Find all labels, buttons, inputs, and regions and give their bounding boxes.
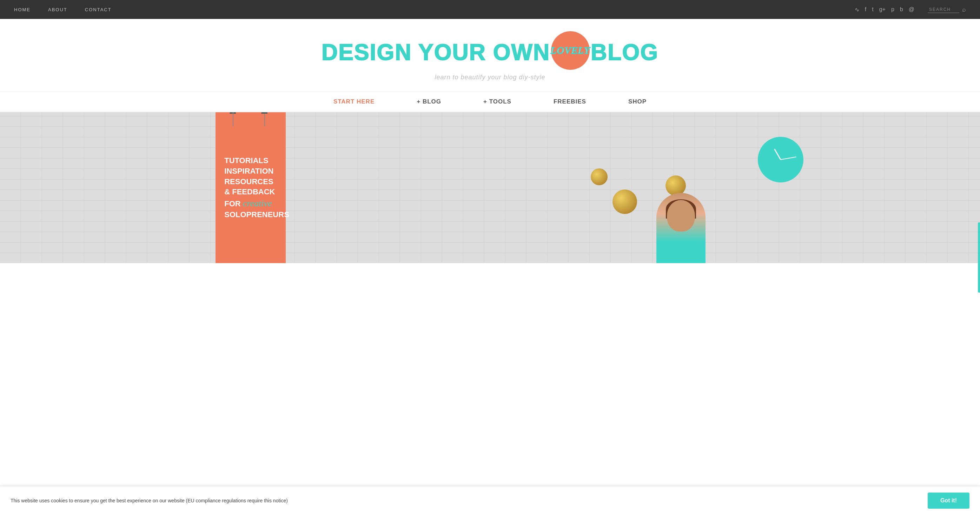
top-nav-links: HOME ABOUT CONTACT	[14, 7, 111, 12]
secondary-navigation: START HERE + BLOG + TOOLS FREEBIES SHOP	[0, 92, 980, 112]
nav-tools[interactable]: + TOOLS	[462, 92, 533, 111]
logo-container: DESIGN YOUR OWN lovely BLOG learn to bea…	[321, 33, 659, 81]
clip-line-left	[233, 112, 234, 126]
logo-part1: DESIGN YOUR OWN	[321, 41, 550, 64]
ornament-small	[591, 168, 608, 185]
poster-text: TUTORIALS INSPIRATION RESOURCES & FEEDBA…	[224, 156, 277, 220]
facebook-icon[interactable]: f	[865, 6, 866, 13]
logo-tagline: learn to beautify your blog diy-style	[321, 74, 659, 81]
logo-lovely-circle: lovely	[551, 31, 590, 70]
search-button[interactable]: ⌕	[962, 6, 966, 13]
logo-main: DESIGN YOUR OWN lovely BLOG	[321, 33, 659, 72]
wall-clock	[758, 137, 803, 183]
scroll-indicator[interactable]	[978, 223, 980, 263]
top-navigation: HOME ABOUT CONTACT ∿ f t g+ p b @ ⌕	[0, 0, 980, 19]
clock-hour-hand	[774, 149, 781, 160]
search-input[interactable]	[928, 6, 959, 13]
search-area: ⌕	[928, 6, 966, 13]
googleplus-icon[interactable]: g+	[879, 6, 886, 13]
nav-about[interactable]: ABOUT	[48, 7, 67, 12]
brick-background	[0, 112, 980, 263]
nav-contact[interactable]: CONTACT	[85, 7, 111, 12]
nav-start-here[interactable]: START HERE	[312, 92, 396, 111]
social-icons-group: ∿ f t g+ p b @	[855, 6, 914, 13]
clock-minute-hand	[781, 156, 796, 160]
hero-poster: TUTORIALS INSPIRATION RESOURCES & FEEDBA…	[215, 112, 286, 263]
ornament-large	[612, 189, 637, 214]
person-head	[667, 200, 695, 232]
nav-shop[interactable]: SHOP	[607, 92, 668, 111]
twitter-icon[interactable]: t	[872, 6, 873, 13]
top-nav-right: ∿ f t g+ p b @ ⌕	[855, 6, 966, 13]
logo-part2: BLOG	[591, 41, 659, 64]
instagram-icon[interactable]: @	[909, 6, 914, 13]
person-image	[656, 193, 705, 263]
logo-lovely-text: lovely	[551, 46, 590, 56]
clock-face	[758, 137, 803, 183]
rss-icon[interactable]: ∿	[855, 6, 859, 13]
logo-area: DESIGN YOUR OWN lovely BLOG learn to bea…	[0, 19, 980, 92]
hero-section: TUTORIALS INSPIRATION RESOURCES & FEEDBA…	[0, 112, 980, 263]
nav-blog[interactable]: + BLOG	[396, 92, 462, 111]
clip-line-right	[264, 112, 265, 126]
nav-freebies[interactable]: FREEBIES	[533, 92, 607, 111]
nav-home[interactable]: HOME	[14, 7, 30, 12]
pinterest-icon[interactable]: p	[891, 6, 894, 13]
bloglovin-icon[interactable]: b	[900, 6, 903, 13]
